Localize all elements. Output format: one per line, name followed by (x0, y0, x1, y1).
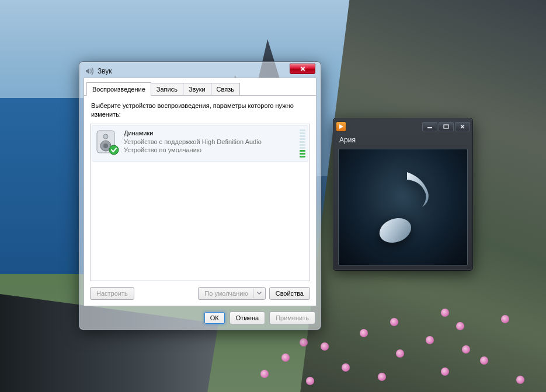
tab-sounds[interactable]: Звуки (183, 83, 211, 96)
button-label: Отмена (236, 314, 259, 321)
button-label: ОК (210, 314, 219, 321)
level-segment (300, 130, 305, 131)
device-speaker-icon (93, 128, 120, 155)
chevron-down-icon[interactable] (253, 289, 265, 298)
close-icon: ✕ (300, 65, 305, 73)
svg-point-3 (103, 144, 108, 148)
minimize-button[interactable] (422, 122, 437, 131)
configure-button[interactable]: Настроить (90, 287, 134, 300)
tab-label: Связь (217, 86, 234, 93)
tab-communications[interactable]: Связь (211, 83, 240, 96)
level-meter (298, 128, 307, 159)
sound-dialog-title: Звук (98, 67, 290, 75)
tab-label: Запись (157, 86, 178, 93)
wmp-logo-icon (336, 121, 346, 132)
close-button[interactable]: ✕ (290, 64, 315, 74)
media-player-window: Ария (333, 118, 473, 271)
device-name: Динамики (124, 129, 298, 138)
cancel-button[interactable]: Отмена (229, 312, 265, 324)
instruction-text: Выберите устройство воспроизведения, пар… (91, 102, 309, 119)
svg-point-4 (109, 145, 119, 155)
set-default-button[interactable]: По умолчанию (198, 287, 265, 300)
device-item-speakers[interactable]: Динамики Устройство с поддержкой High De… (92, 125, 308, 162)
ok-button[interactable]: ОК (204, 312, 225, 324)
button-label: Настроить (96, 290, 128, 297)
level-segment (300, 147, 305, 149)
button-label: По умолчанию (204, 290, 248, 297)
level-segment (300, 141, 305, 143)
media-close-button[interactable] (455, 122, 470, 131)
svg-point-1 (103, 134, 108, 139)
device-description: Устройство с поддержкой High Definition … (124, 138, 298, 146)
level-segment (300, 156, 305, 158)
level-segment (300, 153, 305, 155)
svg-rect-6 (444, 125, 448, 128)
svg-rect-5 (427, 127, 432, 128)
tab-playback[interactable]: Воспроизведение (86, 82, 151, 96)
button-label: Свойства (276, 290, 304, 297)
media-player-titlebar[interactable] (333, 118, 472, 135)
now-playing-title: Ария (333, 135, 472, 146)
album-art[interactable] (338, 149, 468, 265)
maximize-button[interactable] (439, 122, 454, 131)
tab-label: Воспроизведение (92, 86, 145, 93)
level-segment (300, 138, 305, 140)
button-label: Применить (276, 314, 309, 321)
tabs: Воспроизведение Запись Звуки Связь (84, 82, 316, 96)
level-segment (300, 135, 305, 137)
properties-button[interactable]: Свойства (269, 287, 310, 300)
level-segment (300, 132, 305, 134)
device-default-status: Устройство по умолчанию (124, 146, 298, 155)
tab-recording[interactable]: Запись (151, 83, 183, 96)
level-segment (300, 150, 305, 152)
device-list[interactable]: Динамики Устройство с поддержкой High De… (90, 124, 310, 281)
level-segment (300, 144, 305, 146)
speaker-icon (85, 66, 94, 76)
tab-label: Звуки (189, 86, 206, 93)
apply-button[interactable]: Применить (269, 312, 315, 324)
sound-dialog-titlebar[interactable]: Звук ✕ (84, 66, 317, 78)
music-note-icon (365, 163, 441, 251)
sound-dialog: Звук ✕ Воспроизведение Запись Звуки Связ… (79, 61, 321, 330)
